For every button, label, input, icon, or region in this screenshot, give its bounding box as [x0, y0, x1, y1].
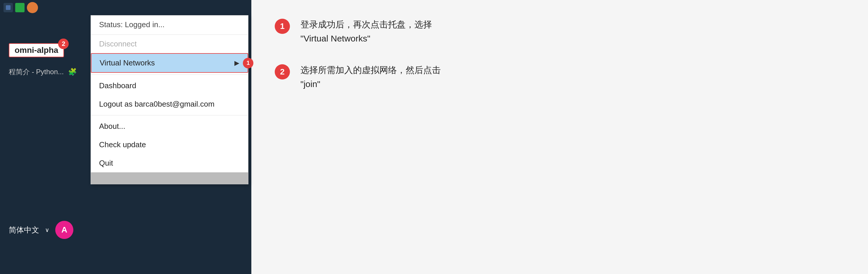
left-panel: omni-alpha 2 程简介 - Python... 🧩 简体中文 ∨ A …	[0, 0, 251, 274]
app-icon-gray	[3, 3, 13, 12]
menu-item-status: Status: Logged in...	[91, 15, 248, 35]
puzzle-icon: 🧩	[68, 68, 77, 76]
menu-item-disconnect[interactable]: Disconnect	[91, 35, 248, 53]
menu-item-logout[interactable]: Logout as barca0best@gmail.com	[91, 95, 248, 113]
menu-item-virtual-networks[interactable]: Virtual Networks ▶ 1	[91, 53, 248, 73]
network-name-label: omni-alpha	[14, 45, 58, 55]
menu-divider-2	[91, 115, 248, 115]
step-circle-2: 2	[275, 64, 290, 79]
app-icon-green	[15, 3, 25, 12]
menu-item-quit[interactable]: Quit	[91, 154, 248, 172]
context-menu: Status: Logged in... Disconnect Virtual …	[91, 15, 248, 184]
app-subtext: 程简介 - Python... 🧩	[9, 67, 77, 76]
instruction-step-2: 2 选择所需加入的虚拟网络，然后点击 "join"	[275, 63, 845, 91]
right-panel: 1 登录成功后，再次点击托盘，选择 "Virtual Networks" 2 选…	[251, 0, 868, 274]
language-selector[interactable]: 简体中文 ∨ A	[9, 221, 73, 239]
language-arrow: ∨	[45, 227, 50, 233]
menu-item-dashboard[interactable]: Dashboard	[91, 76, 248, 95]
instruction-step-1: 1 登录成功后，再次点击托盘，选择 "Virtual Networks"	[275, 18, 845, 45]
network-badge: omni-alpha 2	[9, 43, 64, 57]
app-icon-orange	[27, 2, 38, 13]
svg-rect-0	[6, 5, 10, 10]
step-circle-1: 1	[275, 19, 290, 34]
menu-step-number: 1	[243, 58, 253, 68]
submenu-arrow-icon: ▶	[235, 59, 239, 67]
menu-bottom-strip	[91, 172, 248, 184]
top-strip	[0, 0, 251, 15]
menu-item-check-update[interactable]: Check update	[91, 136, 248, 154]
instruction-text-2: 选择所需加入的虚拟网络，然后点击 "join"	[301, 63, 441, 91]
language-label: 简体中文	[9, 225, 39, 235]
instruction-text-1: 登录成功后，再次点击托盘，选择 "Virtual Networks"	[301, 18, 432, 45]
avatar-letter: A	[61, 225, 67, 235]
menu-item-about[interactable]: About...	[91, 117, 248, 136]
user-avatar[interactable]: A	[55, 221, 73, 239]
badge-step-number: 2	[58, 39, 69, 49]
menu-divider-1	[91, 74, 248, 75]
